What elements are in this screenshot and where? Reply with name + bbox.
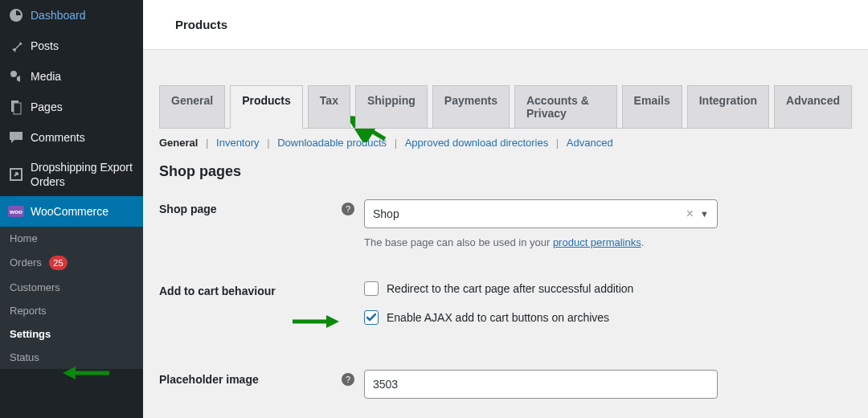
tab-integration[interactable]: Integration (687, 85, 769, 129)
menu-label: Pages (31, 100, 63, 113)
orders-badge: 25 (49, 256, 67, 270)
media-icon (8, 68, 24, 84)
redirect-checkbox-row: Redirect to the cart page after successf… (364, 281, 718, 296)
submenu-label: Home (10, 232, 38, 244)
tab-tax[interactable]: Tax (308, 85, 350, 129)
sidebar-item-dropshipping[interactable]: Dropshipping Export Orders (0, 153, 143, 196)
subnav-inventory[interactable]: Inventory (216, 137, 259, 149)
checkbox-label: Redirect to the cart page after successf… (387, 282, 633, 295)
subnav-general[interactable]: General (159, 137, 198, 149)
menu-label: Media (31, 70, 61, 83)
menu-label: Comments (31, 131, 85, 144)
section-title: Shop pages (159, 163, 852, 180)
row-placeholder-image: Placeholder image ? (159, 370, 852, 399)
page-header: Products (143, 0, 868, 50)
tab-payments[interactable]: Payments (432, 85, 510, 129)
comment-icon (8, 129, 24, 145)
subnav-separator: | (556, 137, 559, 149)
ajax-checkbox[interactable] (364, 310, 379, 325)
subnav-approved-dirs[interactable]: Approved download directories (405, 137, 549, 149)
dashboard-icon (8, 7, 24, 23)
label-placeholder-image: Placeholder image (159, 373, 259, 386)
sidebar-item-woocommerce[interactable]: woo WooCommerce (0, 196, 143, 227)
row-add-to-cart: Add to cart behaviour Redirect to the ca… (159, 281, 852, 339)
checkbox-label: Enable AJAX add to cart buttons on archi… (387, 311, 609, 324)
subnav-separator: | (267, 137, 269, 149)
label-add-to-cart: Add to cart behaviour (159, 285, 276, 297)
pin-icon (8, 38, 24, 54)
submenu-item-reports[interactable]: Reports (0, 299, 143, 322)
desc-text: . (641, 236, 645, 248)
woocommerce-submenu: Home Orders 25 Customers Reports Setting… (0, 227, 143, 369)
submenu-label: Settings (10, 328, 51, 340)
submenu-label: Orders (10, 256, 42, 268)
submenu-item-settings[interactable]: Settings (0, 322, 143, 346)
sidebar-item-posts[interactable]: Posts (0, 31, 143, 61)
permalinks-link[interactable]: product permalinks (553, 236, 641, 248)
svg-point-0 (10, 71, 17, 77)
sidebar-item-dashboard[interactable]: Dashboard (0, 0, 143, 31)
tab-accounts-privacy[interactable]: Accounts & Privacy (514, 85, 617, 129)
page-icon (8, 99, 24, 115)
row-shop-page: Shop page ? Shop × ▼ The base page can a… (159, 199, 852, 251)
woo-icon: woo (8, 203, 24, 219)
subnav-advanced[interactable]: Advanced (567, 137, 613, 149)
label-shop-page: Shop page (159, 203, 217, 215)
shop-page-select[interactable]: Shop × ▼ (364, 199, 718, 228)
desc-text: The base page can also be used in your (364, 236, 553, 248)
sidebar-item-comments[interactable]: Comments (0, 122, 143, 153)
sidebar-item-pages[interactable]: Pages (0, 92, 143, 122)
sidebar-item-media[interactable]: Media (0, 61, 143, 92)
tab-general[interactable]: General (159, 85, 225, 129)
menu-label: Posts (31, 39, 59, 52)
tab-shipping[interactable]: Shipping (355, 85, 428, 129)
select-value: Shop (373, 207, 399, 220)
ajax-checkbox-row: Enable AJAX add to cart buttons on archi… (364, 310, 718, 325)
help-icon[interactable]: ? (342, 203, 354, 215)
subnav-separator: | (395, 137, 397, 149)
submenu-item-home[interactable]: Home (0, 227, 143, 250)
placeholder-image-input[interactable] (364, 370, 718, 399)
admin-sidebar: Dashboard Posts Media Pages Comments Dro… (0, 0, 143, 418)
chevron-down-icon: ▼ (700, 209, 709, 219)
main-content: Products General Products Tax Shipping P… (143, 0, 868, 418)
svg-rect-2 (14, 103, 21, 114)
submenu-label: Status (10, 351, 39, 363)
tab-emails[interactable]: Emails (622, 85, 682, 129)
menu-label: WooCommerce (31, 205, 108, 218)
menu-label: Dashboard (31, 9, 86, 22)
shop-page-desc: The base page can also be used in your p… (364, 235, 718, 251)
subnav-downloadable[interactable]: Downloadable products (277, 137, 387, 149)
products-subnav: General | Inventory | Downloadable produ… (159, 137, 852, 149)
redirect-checkbox[interactable] (364, 281, 379, 296)
menu-label: Dropshipping Export Orders (31, 160, 135, 189)
submenu-label: Reports (10, 305, 47, 317)
help-icon[interactable]: ? (342, 373, 354, 386)
submenu-label: Customers (10, 281, 60, 293)
settings-tabs: General Products Tax Shipping Payments A… (159, 85, 852, 129)
submenu-item-customers[interactable]: Customers (0, 276, 143, 299)
tab-products[interactable]: Products (230, 85, 303, 129)
submenu-item-orders[interactable]: Orders 25 (0, 250, 143, 276)
subnav-separator: | (206, 137, 208, 149)
submenu-item-status[interactable]: Status (0, 346, 143, 369)
tab-advanced[interactable]: Advanced (774, 85, 852, 129)
clear-icon[interactable]: × (686, 207, 694, 221)
page-title: Products (175, 18, 836, 31)
export-icon (8, 166, 24, 182)
